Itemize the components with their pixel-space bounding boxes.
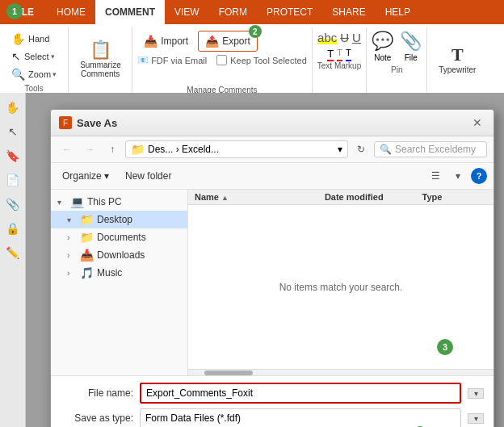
dialog-toolbar: Organize ▾ New folder ☰ ▾ ? [51,163,494,190]
import-button[interactable]: 📥 Import [137,31,195,51]
nav-refresh-button[interactable]: ↻ [351,140,371,159]
hand-button[interactable]: ✋ Hand [6,31,61,47]
tab-home[interactable]: HOME [47,0,95,24]
col-name-header[interactable]: Name ▲ [195,192,325,202]
main-content: F Save As ✕ ← → ↑ 📁 Des... › Exceld... ▾… [26,93,504,427]
tab-protect[interactable]: PROTECT [257,0,322,24]
markup-abc-2: T [327,48,334,61]
underline-icon: U [352,31,361,44]
tab-form[interactable]: FORM [209,0,257,24]
dialog-toolbar-left: Organize ▾ New folder [57,168,176,184]
dialog-titlebar: F Save As ✕ [51,110,494,136]
view-grid-button[interactable]: ▾ [448,166,468,186]
nav-panel: ▾ 💻 This PC ▾ 📁 Desktop › 📁 Documents [51,190,188,375]
sidebar-icon-edit[interactable]: ✏️ [2,241,24,264]
save-type-label: Save as type: [61,412,133,424]
file-button[interactable]: 📎 File [400,31,422,62]
nav-forward-button[interactable]: → [80,140,99,159]
sidebar-icon-lock[interactable]: 🔒 [2,217,24,240]
ribbon: FILE HOME COMMENT VIEW FORM PROTECT SHAR… [0,0,504,101]
dialog-title-text: Save As [77,117,117,129]
nav-desktop[interactable]: ▾ 📁 Desktop [51,211,187,228]
save-type-dropdown[interactable]: ▾ [468,413,484,424]
sidebar-icon-layers[interactable]: 📄 [2,169,24,191]
select-dropdown-arrow: ▾ [51,52,55,61]
organize-button[interactable]: Organize ▾ [57,168,114,184]
pin-label: Pin [391,65,402,74]
dialog-title-area: F Save As [59,116,117,129]
nav-downloads[interactable]: › 📥 Downloads [51,246,187,264]
file-name-dropdown[interactable]: ▾ [468,388,484,399]
nav-back-button[interactable]: ← [57,140,77,159]
save-type-input[interactable] [140,408,461,427]
horizontal-scrollbar[interactable] [188,369,494,375]
scrollbar-thumb[interactable] [204,370,253,375]
sidebar-icon-attach[interactable]: 📎 [2,193,24,216]
nav-up-button[interactable]: ↑ [103,140,122,159]
fdf-email-button[interactable]: 📧 FDF via Email [137,55,207,65]
documents-expand-icon: › [67,233,77,242]
select-button[interactable]: ↖ Select ▾ [6,48,61,65]
summarize-icon: 📋 [90,40,111,61]
documents-label: Documents [97,232,146,243]
desktop-icon: 📁 [80,213,94,226]
nav-music[interactable]: › 🎵 Music [51,264,187,282]
export-badge: 2 [249,25,262,38]
music-label: Music [97,267,122,278]
fdf-icon: 📧 [137,55,149,65]
file-name-row: File name: ▾ [61,383,484,404]
help-button[interactable]: ? [471,168,487,184]
tab-help[interactable]: HELP [376,0,420,24]
breadcrumb: 📁 Des... › Exceld... ▾ [125,140,348,158]
dialog-body: ▾ 💻 This PC ▾ 📁 Desktop › 📁 Documents [51,190,494,375]
file-icon: 📎 [400,31,422,52]
text-markup-group: abc U U T T T Text Markup [313,27,367,99]
col-type-header[interactable]: Type [422,192,487,202]
tab-share[interactable]: SHARE [322,0,375,24]
typewriter-icon: T [452,44,464,65]
typewriter-group: T Typewriter [427,27,487,99]
music-expand-icon: › [67,269,77,278]
file-name-label: File name: [61,387,133,399]
note-button[interactable]: 💬 Note [372,31,393,62]
keep-tool-checkbox[interactable] [216,55,227,65]
save-type-row: Save as type: ▾ [61,408,484,427]
manage-comments-group: 📥 Import 📤 Export 2 📧 FDF via Email Keep… [132,27,313,99]
file-list-header: Name ▲ Date modified Type [188,190,494,205]
summarize-button[interactable]: 📋 Summarize Comments [74,31,127,87]
export-button[interactable]: 📤 Export 2 [198,31,258,52]
abc-icon: abc [317,31,337,44]
dialog-close-button[interactable]: ✕ [469,115,485,131]
sidebar-icon-bookmark[interactable]: 🔖 [2,144,24,167]
col-date-header[interactable]: Date modified [325,192,422,202]
dialog-footer: File name: ▾ Save as type: ▾ Save 4 Canc… [51,375,494,427]
strikethrough-icon: U [340,31,349,44]
this-pc-icon: 💻 [70,195,84,208]
summarize-group: 📋 Summarize Comments [69,27,132,99]
sort-arrow-icon: ▲ [221,194,229,202]
nav-this-pc[interactable]: ▾ 💻 This PC [51,193,187,211]
tab-view[interactable]: VIEW [165,0,209,24]
breadcrumb-dropdown-arrow[interactable]: ▾ [338,144,342,155]
badge-3: 3 [437,339,453,355]
this-pc-expand-icon: ▾ [57,198,67,207]
tab-bar: FILE HOME COMMENT VIEW FORM PROTECT SHAR… [0,0,504,24]
downloads-expand-icon: › [67,251,77,260]
tab-comment[interactable]: COMMENT [95,0,165,24]
zoom-button[interactable]: 🔍 Zoom ▾ [6,66,61,82]
keep-tool-label: Keep Tool Selected [216,55,307,65]
sidebar-icon-hand[interactable]: ✋ [2,96,24,119]
dialog-title-icon: F [59,116,72,129]
typewriter-button[interactable]: T Typewriter [432,31,482,87]
this-pc-label: This PC [87,196,122,207]
sidebar-icon-pointer[interactable]: ↖ [2,120,24,143]
nav-documents[interactable]: › 📁 Documents [51,228,187,246]
dialog-nav-bar: ← → ↑ 📁 Des... › Exceld... ▾ ↻ 🔍 Search … [51,136,494,163]
new-folder-button[interactable]: New folder [120,168,176,184]
markup-icons: abc U U [317,31,361,44]
app-sidebar: ✋ ↖ 🔖 📄 📎 🔒 ✏️ [0,93,26,427]
note-icon: 💬 [372,31,393,52]
desktop-expand-icon: ▾ [67,216,77,224]
file-name-input[interactable] [140,383,461,404]
view-toggle-button[interactable]: ☰ [426,166,445,186]
